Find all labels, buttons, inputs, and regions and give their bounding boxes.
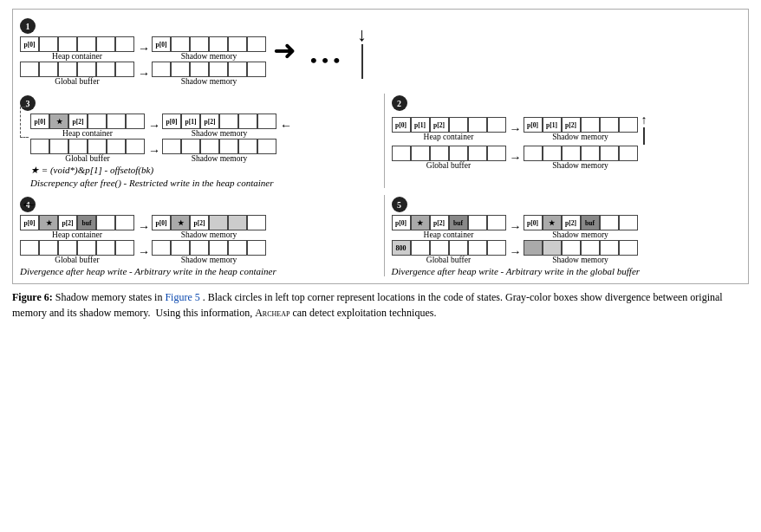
step4-global-row: Global buffer → Shadow memory [20, 240, 370, 264]
heap-label: Heap container [20, 230, 134, 239]
cell [209, 240, 228, 256]
cell: p[0] [30, 114, 49, 129]
cell [619, 215, 638, 230]
cell [600, 146, 619, 161]
cell [171, 36, 190, 52]
cell [247, 240, 266, 256]
cell: p[1] [411, 117, 430, 133]
step4-global-cells: Global buffer [20, 240, 134, 264]
step1-num: 1 [20, 18, 36, 34]
step5-global-cells: 800 Global buffer [392, 240, 506, 264]
cell [228, 240, 247, 256]
cell [68, 139, 88, 154]
step3-block: 3 p[0] ★ p[2] Heap container [20, 94, 370, 188]
arrow: → [148, 143, 160, 159]
cell-star: ★ [171, 215, 190, 230]
step3-note1: ★ = (void*)&p[1] - offsetof(bk) [30, 165, 370, 176]
step5-heap-cells: p[0] ★ p[2] buf Heap container [392, 215, 506, 239]
cell-buf: buf [449, 215, 468, 230]
cell [126, 139, 145, 154]
cell [77, 62, 96, 77]
cell [171, 62, 190, 77]
step5-shadow-cells: p[0] ★ p[2] buf Shadow memory [524, 215, 638, 239]
arrow: → [148, 118, 160, 133]
cell [619, 146, 638, 161]
global-shadow-label: Shadow memory [162, 154, 276, 163]
cell: p[2] [68, 114, 88, 129]
cell [219, 139, 238, 154]
cell [430, 240, 449, 256]
arrow-left: ← [20, 196, 37, 211]
cell [562, 240, 581, 256]
cell [449, 240, 468, 256]
row2: 3 p[0] ★ p[2] Heap container [20, 94, 741, 188]
divider2 [384, 195, 385, 276]
arrow: → [510, 150, 522, 165]
cell [562, 146, 581, 161]
cell [107, 139, 126, 154]
shadow-label: Shadow memory [524, 133, 638, 141]
step2-num: 2 [392, 95, 407, 111]
cell [96, 240, 115, 256]
arrow: → [510, 244, 522, 260]
cell: p[2] [430, 215, 449, 230]
cell [581, 117, 600, 133]
cell: p[0] [524, 215, 543, 230]
cell [58, 62, 77, 77]
cell [49, 139, 68, 154]
step3-global-cells: Global buffer [30, 139, 145, 163]
row3: 4 ← p[0] ★ p[2] buf Heap container [20, 195, 741, 276]
cell [171, 240, 190, 256]
cell: p[2] [200, 114, 219, 129]
diagram-container: 1 p[0] Heap container → [12, 9, 749, 284]
cell [487, 117, 506, 133]
arrow: → [510, 219, 522, 235]
caption-text3: can detect exploitation techniques. [292, 307, 436, 319]
cell [257, 114, 276, 129]
cell-lgray [228, 215, 247, 230]
cell [209, 62, 228, 77]
cell [449, 117, 468, 133]
cell [487, 240, 506, 256]
cell [152, 240, 171, 256]
cell: p[1] [181, 114, 200, 129]
cell [468, 146, 487, 161]
cell-buf: buf [581, 215, 600, 230]
step1-heap-row: p[0] Heap container → p[0] [20, 36, 268, 61]
cell [20, 62, 39, 77]
step5-heap-row: p[0] ★ p[2] buf Heap container → p[0] ★ … [392, 215, 742, 239]
step3-heap-cells: p[0] ★ p[2] Heap container [30, 114, 145, 138]
step4-block: 4 ← p[0] ★ p[2] buf Heap container [20, 195, 370, 276]
cell: p[0] [152, 215, 171, 230]
global-label: Global buffer [392, 161, 506, 170]
cell: p[0] [152, 36, 171, 52]
arrow: → [138, 41, 150, 56]
global-label: Global buffer [30, 154, 145, 163]
shadow-label: Shadow memory [524, 230, 638, 239]
cell-star: ★ [543, 215, 562, 230]
step5-note: Divergence after heap write - Arbitrary … [392, 266, 742, 276]
cell [600, 117, 619, 133]
step5-block: 5 p[0] ★ p[2] buf Heap container → [392, 195, 742, 276]
step1-block: 1 p[0] Heap container → [20, 16, 268, 87]
caption-figure-label: Figure 6: [12, 291, 53, 303]
cell [411, 240, 430, 256]
cell [468, 117, 487, 133]
cell [96, 215, 115, 230]
arrow: → [510, 121, 522, 137]
cell: p[2] [190, 215, 209, 230]
big-arrow-right: ➜ [273, 34, 296, 67]
global-shadow-label: Shadow memory [524, 256, 638, 264]
cell [581, 240, 600, 256]
cell-800: 800 [392, 240, 411, 256]
step3-global-row: Global buffer → Shadow memory [30, 139, 370, 163]
divider [384, 94, 385, 188]
cell-gray: ★ [411, 215, 430, 230]
cell [581, 146, 600, 161]
cell [77, 36, 96, 52]
step4-global-shadow-cells: Shadow memory [152, 240, 266, 264]
cell [392, 146, 411, 161]
global-shadow-label: Shadow memory [524, 161, 638, 170]
step2-global-shadow-cells: Shadow memory [524, 146, 638, 170]
cell [115, 215, 134, 230]
